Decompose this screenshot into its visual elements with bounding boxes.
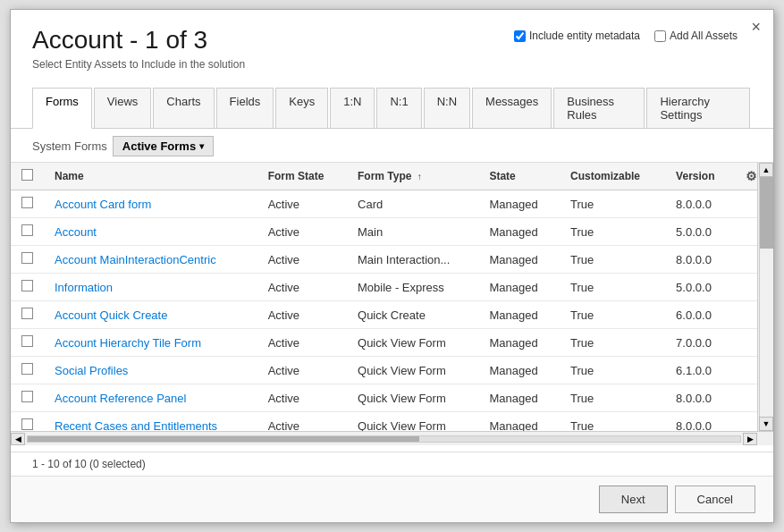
row-form-type-cell: Card (347, 190, 478, 218)
tab-business-rules[interactable]: Business Rules (553, 88, 645, 129)
settings-icon[interactable]: ⚙ (746, 169, 757, 183)
tab-n-n[interactable]: N:N (424, 88, 470, 129)
horiz-scroll-thumb[interactable] (28, 436, 419, 442)
table-scroll[interactable]: Name Form State Form Type ↑ State Custom… (11, 163, 773, 431)
scroll-down-button[interactable]: ▼ (759, 417, 773, 431)
row-checkbox[interactable] (21, 252, 33, 264)
form-name-link[interactable]: Information (55, 281, 113, 294)
tab-charts[interactable]: Charts (153, 88, 214, 129)
select-all-checkbox[interactable] (21, 169, 33, 181)
row-form-state-cell: Active (257, 357, 347, 384)
tab-views[interactable]: Views (94, 88, 151, 129)
row-version-cell: 5.0.0.0 (665, 218, 735, 246)
tab-1-n[interactable]: 1:N (330, 88, 375, 129)
form-name-link[interactable]: Social Profiles (55, 364, 128, 377)
row-version-cell: 7.0.0.0 (665, 329, 735, 357)
row-checkbox-cell[interactable] (11, 190, 44, 218)
scroll-track[interactable] (759, 177, 773, 417)
scroll-up-button[interactable]: ▲ (759, 163, 773, 177)
form-name-link[interactable]: Recent Cases and Entitlements (55, 419, 217, 432)
row-checkbox-cell[interactable] (11, 218, 44, 246)
include-metadata-label[interactable]: Include entity metadata (514, 30, 640, 42)
row-form-state-cell: Active (257, 190, 347, 218)
next-button[interactable]: Next (599, 486, 668, 513)
row-checkbox[interactable] (21, 418, 33, 430)
active-forms-button[interactable]: Active Forms ▾ (113, 136, 214, 156)
customizable-column-header[interactable]: Customizable (560, 163, 665, 190)
row-checkbox[interactable] (21, 335, 33, 347)
form-name-link[interactable]: Account Hierarchy Tile Form (55, 336, 201, 350)
cancel-button[interactable]: Cancel (675, 486, 755, 513)
tab-keys[interactable]: Keys (275, 88, 328, 129)
checkbox-column-header[interactable] (11, 163, 44, 190)
row-state-cell: Managed (478, 274, 560, 301)
system-forms-label: System Forms (32, 139, 107, 153)
horizontal-scrollbar[interactable]: ◀ ▶ (11, 431, 773, 445)
scroll-thumb[interactable] (760, 177, 773, 249)
row-name-cell: Information (44, 274, 257, 301)
form-name-link[interactable]: Account Quick Create (55, 308, 167, 322)
name-column-header[interactable]: Name (44, 163, 257, 190)
main-dialog: × Include entity metadata Add All Assets… (10, 9, 774, 523)
row-checkbox-cell[interactable] (11, 384, 44, 412)
include-metadata-checkbox[interactable] (514, 30, 526, 42)
row-form-state-cell: Active (257, 218, 347, 246)
tab-forms[interactable]: Forms (32, 88, 92, 129)
sort-icon: ↑ (417, 172, 422, 182)
row-name-cell: Account Quick Create (44, 301, 257, 329)
tab-hierarchy-settings[interactable]: Hierarchy Settings (646, 88, 750, 129)
form-name-link[interactable]: Account MainInteractionCentric (55, 253, 216, 266)
row-state-cell: Managed (478, 329, 560, 357)
table-row: Account Reference PanelActiveQuick View … (11, 384, 773, 412)
row-version-cell: 6.0.0.0 (665, 301, 735, 329)
tab-fields[interactable]: Fields (216, 88, 274, 129)
row-name-cell: Account MainInteractionCentric (44, 246, 257, 274)
form-state-column-header[interactable]: Form State (257, 163, 347, 190)
tab-n-1[interactable]: N:1 (376, 88, 421, 129)
row-checkbox-cell[interactable] (11, 329, 44, 357)
row-checkbox-cell[interactable] (11, 412, 44, 432)
row-version-cell: 8.0.0.0 (665, 246, 735, 274)
scroll-left-button[interactable]: ◀ (11, 433, 25, 445)
row-checkbox[interactable] (21, 363, 33, 375)
metadata-options: Include entity metadata Add All Assets (514, 30, 738, 42)
form-name-link[interactable]: Account Reference Panel (55, 392, 186, 405)
form-name-link[interactable]: Account (55, 225, 97, 239)
dialog-footer: Next Cancel (11, 476, 773, 522)
row-checkbox[interactable] (21, 224, 33, 236)
row-form-type-cell: Quick Create (347, 301, 478, 329)
row-checkbox[interactable] (21, 197, 33, 208)
add-all-assets-checkbox[interactable] (654, 30, 666, 42)
version-column-header[interactable]: Version (665, 163, 735, 190)
row-checkbox[interactable] (21, 391, 33, 402)
row-checkbox-cell[interactable] (11, 274, 44, 301)
row-name-cell: Social Profiles (44, 357, 257, 384)
horiz-scroll-track[interactable] (27, 435, 741, 443)
form-type-column-header[interactable]: Form Type ↑ (347, 163, 478, 190)
add-all-assets-label[interactable]: Add All Assets (654, 30, 738, 42)
row-customizable-cell: True (560, 301, 665, 329)
row-version-cell: 6.1.0.0 (665, 357, 735, 384)
row-checkbox[interactable] (21, 308, 33, 319)
row-checkbox[interactable] (21, 280, 33, 291)
form-name-link[interactable]: Account Card form (55, 198, 151, 211)
close-button[interactable]: × (751, 19, 761, 35)
row-checkbox-cell[interactable] (11, 301, 44, 329)
scroll-right-button[interactable]: ▶ (743, 433, 757, 445)
row-checkbox-cell[interactable] (11, 357, 44, 384)
row-checkbox-cell[interactable] (11, 246, 44, 274)
dialog-subtitle: Select Entity Assets to Include in the s… (32, 58, 752, 71)
tab-messages[interactable]: Messages (472, 88, 552, 129)
table-wrapper: Name Form State Form Type ↑ State Custom… (11, 163, 773, 431)
row-name-cell: Account Reference Panel (44, 384, 257, 412)
table-header-row: Name Form State Form Type ↑ State Custom… (11, 163, 773, 190)
table-row: Recent Cases and EntitlementsActiveQuick… (11, 412, 773, 432)
row-state-cell: Managed (478, 412, 560, 432)
row-form-type-cell: Quick View Form (347, 412, 478, 432)
row-version-cell: 8.0.0.0 (665, 412, 735, 432)
table-row: AccountActiveMainManagedTrue5.0.0.0 (11, 218, 773, 246)
row-name-cell: Account Card form (44, 190, 257, 218)
vertical-scrollbar[interactable]: ▲ ▼ (757, 163, 773, 431)
state-column-header[interactable]: State (478, 163, 560, 190)
row-state-cell: Managed (478, 190, 560, 218)
